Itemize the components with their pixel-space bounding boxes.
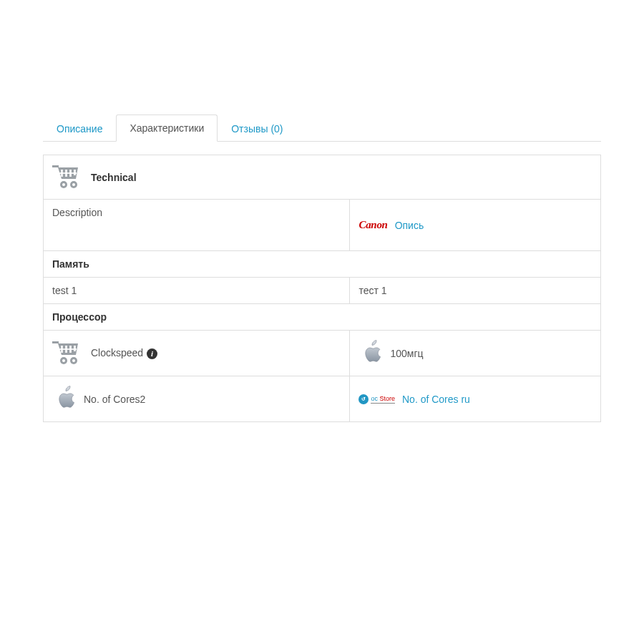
section-header-technical: Technical — [44, 155, 601, 200]
table-row: Clockspeed i 100мгц — [44, 331, 601, 376]
spec-label-memory-test: test 1 — [44, 278, 350, 304]
tab-description[interactable]: Описание — [43, 115, 116, 142]
spec-label-clockspeed: Clockspeed i — [44, 331, 350, 376]
spec-value-cores: ↺ oc Store No. of Cores ru — [350, 376, 601, 422]
svg-rect-6 — [59, 172, 77, 174]
table-section-header-row: Память — [44, 251, 601, 278]
svg-rect-0 — [52, 165, 56, 167]
specs-table: Technical Description Canon Опись Память… — [43, 155, 601, 422]
section-header-processor: Процессор — [44, 304, 601, 331]
section-title-technical: Technical — [91, 172, 137, 183]
spec-value-description: Canon Опись — [350, 200, 601, 251]
table-section-header-row: Technical — [44, 155, 601, 200]
apple-icon — [358, 338, 383, 369]
cores-label-text: No. of Cores2 — [84, 394, 145, 405]
ocstore-circle-icon: ↺ — [358, 394, 369, 404]
cores-link[interactable]: No. of Cores ru — [402, 394, 470, 405]
table-row: Description Canon Опись — [44, 200, 601, 251]
cart-icon — [52, 162, 84, 192]
product-tabs: Описание Характеристики Отзывы (0) — [43, 114, 601, 142]
description-link[interactable]: Опись — [395, 220, 424, 231]
info-icon[interactable]: i — [147, 348, 157, 359]
apple-icon — [52, 384, 77, 414]
canon-logo: Canon — [358, 219, 387, 231]
spec-value-clockspeed: 100мгц — [350, 331, 601, 376]
clockspeed-label-text: Clockspeed — [91, 347, 143, 358]
svg-rect-12 — [56, 341, 59, 343]
ocstore-badge: ↺ oc Store — [358, 394, 395, 404]
table-row: No. of Cores2 ↺ oc Store No. of Cores ru — [44, 376, 601, 422]
section-header-memory: Память — [44, 251, 601, 278]
spec-label-cores: No. of Cores2 — [44, 376, 350, 422]
svg-point-9 — [62, 183, 65, 186]
svg-point-10 — [72, 183, 75, 186]
svg-rect-11 — [52, 341, 56, 343]
tab-reviews[interactable]: Отзывы (0) — [218, 115, 296, 142]
spec-label-description: Description — [44, 200, 350, 251]
tab-specs[interactable]: Характеристики — [116, 114, 218, 142]
svg-point-21 — [72, 359, 75, 362]
table-row: test 1 тест 1 — [44, 278, 601, 304]
svg-rect-1 — [56, 165, 59, 167]
spec-value-memory-test: тест 1 — [350, 278, 601, 304]
table-section-header-row: Процессор — [44, 304, 601, 331]
cart-icon — [52, 338, 84, 368]
svg-point-20 — [62, 359, 65, 362]
clockspeed-value-text: 100мгц — [390, 348, 423, 359]
svg-rect-17 — [59, 348, 77, 350]
